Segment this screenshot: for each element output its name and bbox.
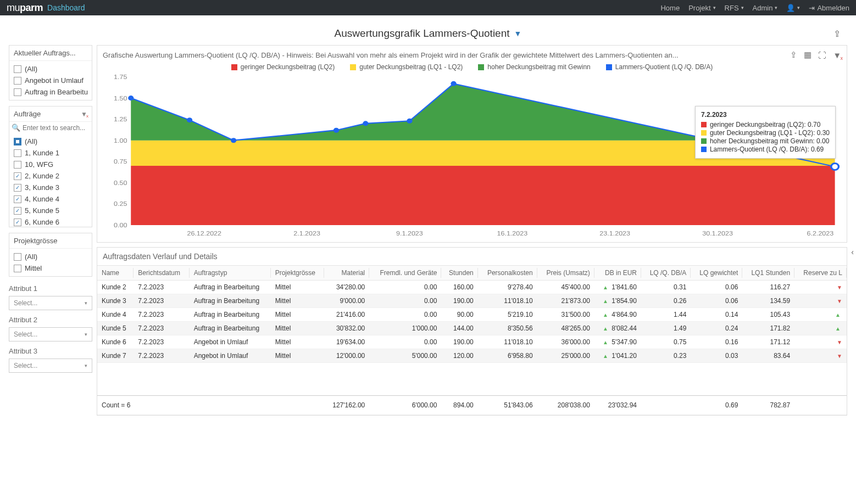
search-icon: 🔍 xyxy=(12,124,20,132)
data-table: NameBerichtsdatumAuftragstypProjektgröss… xyxy=(97,265,847,415)
checkbox[interactable] xyxy=(14,172,21,180)
header-filter-icon[interactable]: ▼ xyxy=(514,29,522,38)
svg-text:0.75: 0.75 xyxy=(114,158,127,165)
auftraege-item[interactable]: 1, Kunde 1 xyxy=(13,147,88,159)
filter-auftraege-title: Aufträge xyxy=(14,110,41,118)
chart-grid-icon[interactable]: ▦ xyxy=(804,50,811,60)
nav-user[interactable]: 👤▾ xyxy=(786,4,800,12)
auftraege-item[interactable]: 4, Kunde 4 xyxy=(13,193,88,205)
checkbox-label: (All) xyxy=(25,137,37,145)
column-header[interactable]: Personalkosten xyxy=(478,266,537,281)
checkbox[interactable] xyxy=(14,184,21,192)
auftraege-item[interactable]: 3, Kunde 3 xyxy=(13,182,88,193)
table-card: Auftragsdaten Verlauf und Details NameBe… xyxy=(97,247,847,416)
column-header[interactable]: Name xyxy=(97,266,134,281)
column-header[interactable]: Reserve zu L xyxy=(794,266,847,281)
tooltip-row: hoher Deckungsbeitrag mit Gewinn: 0.00 xyxy=(701,137,830,145)
checkbox[interactable] xyxy=(14,88,21,96)
column-header[interactable]: Berichtsdatum xyxy=(134,266,189,281)
content: Grafische Auswertung Lammers-Quotient (L… xyxy=(97,45,847,416)
brand-logo: muparm xyxy=(7,2,43,14)
table-row[interactable]: Kunde 27.2.2023Auftrag in BearbeitungMit… xyxy=(97,281,847,294)
side-panel-toggle[interactable]: ‹ xyxy=(849,245,856,259)
brand-sub: Dashboard xyxy=(47,3,85,12)
checkbox[interactable] xyxy=(14,219,21,226)
svg-point-24 xyxy=(831,164,839,170)
tooltip-row: geringer Deckungsbeitrag (LQ2): 0.70 xyxy=(701,121,830,128)
nav-rfs[interactable]: RFS▾ xyxy=(725,4,744,12)
auftraege-item[interactable]: 5, Kunde 5 xyxy=(13,205,88,216)
nav-logout[interactable]: ⇥ Abmelden xyxy=(809,4,849,12)
checkbox[interactable] xyxy=(14,161,21,169)
checkbox-label: Angebot in Umlauf xyxy=(25,76,84,85)
chart-clearfilter-icon[interactable]: ▼ xyxy=(833,51,841,60)
column-header[interactable]: Preis (Umsatz) xyxy=(537,266,594,281)
checkbox[interactable] xyxy=(14,77,21,85)
top-nav: muparm Dashboard Home Projekt▾ RFS▾ Admi… xyxy=(0,0,856,15)
column-header[interactable]: LQ gewichtet xyxy=(691,266,742,281)
attrib-label: Attribut 3 xyxy=(9,345,92,359)
column-header[interactable]: LQ /Q. DB/A xyxy=(641,266,691,281)
svg-text:0.00: 0.00 xyxy=(114,222,127,228)
column-header[interactable]: Material xyxy=(324,266,369,281)
nav-admin[interactable]: Admin▾ xyxy=(753,4,778,12)
attrib-select[interactable]: Select...▾ xyxy=(9,359,92,373)
checkbox[interactable] xyxy=(14,65,21,73)
legend-item[interactable]: hoher Deckungsbeitrag mit Gewinn xyxy=(478,63,590,71)
table-row[interactable]: Kunde 37.2.2023Auftrag in BearbeitungMit… xyxy=(97,294,847,308)
svg-point-23 xyxy=(451,81,456,86)
clear-filter-icon[interactable]: ▼ xyxy=(81,110,87,118)
pg-item[interactable]: (All) xyxy=(13,251,88,262)
checkbox-label: (All) xyxy=(25,65,37,73)
checkbox[interactable] xyxy=(14,265,21,272)
table-row[interactable]: Kunde 57.2.2023Auftrag in BearbeitungMit… xyxy=(97,322,847,335)
nav-home[interactable]: Home xyxy=(660,4,680,12)
header-export-icon[interactable]: ⇪ xyxy=(833,29,841,39)
sidebar: Aktueller Auftrags... (All)Angebot in Um… xyxy=(9,45,92,416)
chart-fullscreen-icon[interactable]: ⛶ xyxy=(818,51,826,60)
column-header[interactable]: LQ1 Stunden xyxy=(742,266,794,281)
status-item[interactable]: Angebot in Umlauf xyxy=(13,75,88,86)
table-row[interactable]: Kunde 67.2.2023Angebot in UmlaufMittel19… xyxy=(97,335,847,349)
status-item[interactable]: Auftrag in Bearbeitu... xyxy=(13,86,88,98)
table-row[interactable]: Kunde 47.2.2023Auftrag in BearbeitungMit… xyxy=(97,308,847,322)
checkbox-label: (All) xyxy=(25,253,37,261)
checkbox[interactable] xyxy=(14,253,21,261)
svg-text:9.1.2023: 9.1.2023 xyxy=(396,230,423,237)
filter-auftraege-panel: Aufträge ▼ 🔍 (All)1, Kunde 110, WFG2, Ku… xyxy=(9,106,92,227)
auftraege-item[interactable]: 6, Kunde 6 xyxy=(13,216,88,227)
auftraege-search-input[interactable] xyxy=(23,124,90,132)
filter-status-title: Aktueller Auftrags... xyxy=(14,49,76,57)
status-item[interactable]: (All) xyxy=(13,63,88,75)
checkbox-label: 1, Kunde 1 xyxy=(25,149,59,157)
legend-item[interactable]: Lammers-Quotient (LQ /Q. DB/A) xyxy=(606,63,713,71)
attrib-select[interactable]: Select...▾ xyxy=(9,327,92,341)
checkbox[interactable] xyxy=(14,138,21,145)
chart-plot: 0.000.250.500.751.001.251.501.7526.12.20… xyxy=(103,74,841,239)
checkbox[interactable] xyxy=(14,149,21,157)
nav-projekt[interactable]: Projekt▾ xyxy=(688,4,715,12)
table-row[interactable]: Kunde 77.2.2023Angebot in UmlaufMittel12… xyxy=(97,349,847,363)
column-header[interactable]: Fremdl. und Geräte xyxy=(369,266,441,281)
attrib-select[interactable]: Select...▾ xyxy=(9,296,92,310)
svg-text:0.50: 0.50 xyxy=(114,180,127,186)
tooltip-row: guter Deckungsbeitrag (LQ1 - LQ2): 0.30 xyxy=(701,129,830,137)
auftraege-item[interactable]: 2, Kunde 2 xyxy=(13,170,88,182)
filter-pg-title: Projektgrösse xyxy=(14,237,57,245)
attrib-label: Attribut 1 xyxy=(9,282,92,296)
pg-item[interactable]: Mittel xyxy=(13,262,88,274)
auftraege-item[interactable]: 10, WFG xyxy=(13,159,88,170)
checkbox[interactable] xyxy=(14,207,21,215)
chart-export-icon[interactable]: ⇪ xyxy=(790,50,797,60)
column-header[interactable]: Stunden xyxy=(441,266,477,281)
page-header: Auswertungsgrafik Lammers-Quotient ▼ ⇪ xyxy=(0,15,856,45)
svg-text:0.25: 0.25 xyxy=(114,200,127,207)
svg-point-22 xyxy=(407,119,412,124)
column-header[interactable]: Auftragstyp xyxy=(190,266,271,281)
checkbox[interactable] xyxy=(14,195,21,203)
legend-item[interactable]: guter Deckungsbeitrag (LQ1 - LQ2) xyxy=(350,63,463,71)
column-header[interactable]: DB in EUR xyxy=(594,266,641,281)
legend-item[interactable]: geringer Deckungsbeitrag (LQ2) xyxy=(231,63,335,71)
column-header[interactable]: Projektgrösse xyxy=(271,266,325,281)
auftraege-item[interactable]: (All) xyxy=(13,136,88,147)
